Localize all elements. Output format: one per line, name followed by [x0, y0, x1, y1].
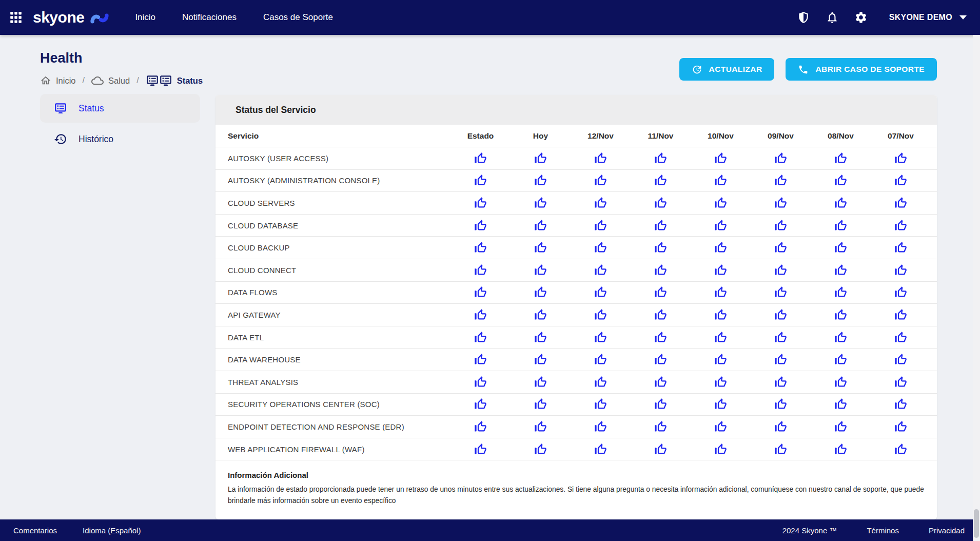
status-ok-cell[interactable] — [691, 420, 751, 434]
status-ok-cell[interactable] — [811, 196, 871, 210]
status-ok-cell[interactable] — [511, 353, 571, 366]
status-ok-cell[interactable] — [571, 331, 631, 344]
status-ok-cell[interactable] — [511, 151, 571, 165]
status-ok-cell[interactable] — [871, 442, 931, 456]
status-ok-cell[interactable] — [631, 263, 691, 277]
footer-link-idioma[interactable]: Idioma (Español) — [83, 526, 141, 535]
status-ok-cell[interactable] — [571, 442, 631, 456]
breadcrumb-item-status[interactable]: Status — [146, 74, 203, 87]
status-ok-cell[interactable] — [811, 285, 871, 299]
status-ok-cell[interactable] — [450, 151, 511, 165]
status-ok-cell[interactable] — [871, 397, 931, 411]
status-ok-cell[interactable] — [631, 397, 691, 411]
footer-link-2024[interactable]: 2024 Skyone ™ — [782, 526, 837, 535]
status-ok-cell[interactable] — [751, 375, 811, 389]
status-ok-cell[interactable] — [811, 353, 871, 366]
status-ok-cell[interactable] — [511, 420, 571, 434]
footer-link-terminos[interactable]: Términos — [867, 526, 899, 535]
status-ok-cell[interactable] — [511, 173, 571, 187]
status-ok-cell[interactable] — [631, 196, 691, 210]
status-ok-cell[interactable] — [751, 331, 811, 344]
status-ok-cell[interactable] — [871, 353, 931, 366]
status-ok-cell[interactable] — [811, 331, 871, 344]
status-ok-cell[interactable] — [511, 375, 571, 389]
status-ok-cell[interactable] — [450, 397, 511, 411]
status-ok-cell[interactable] — [691, 173, 751, 187]
status-ok-cell[interactable] — [631, 241, 691, 255]
status-ok-cell[interactable] — [811, 173, 871, 187]
status-ok-cell[interactable] — [571, 420, 631, 434]
status-ok-cell[interactable] — [511, 196, 571, 210]
refresh-button[interactable]: ACTUALIZAR — [679, 58, 775, 81]
status-ok-cell[interactable] — [631, 331, 691, 344]
status-ok-cell[interactable] — [811, 420, 871, 434]
status-ok-cell[interactable] — [691, 151, 751, 165]
status-ok-cell[interactable] — [511, 285, 571, 299]
sidebar-item-status[interactable]: Status — [40, 94, 200, 123]
status-ok-cell[interactable] — [631, 420, 691, 434]
open-support-case-button[interactable]: ABRIR CASO DE SOPORTE — [786, 58, 937, 81]
status-ok-cell[interactable] — [450, 353, 511, 366]
status-ok-cell[interactable] — [751, 285, 811, 299]
status-ok-cell[interactable] — [751, 196, 811, 210]
status-ok-cell[interactable] — [871, 263, 931, 277]
status-ok-cell[interactable] — [631, 353, 691, 366]
status-ok-cell[interactable] — [691, 442, 751, 456]
breadcrumb-item-salud[interactable]: Salud — [91, 74, 130, 87]
status-ok-cell[interactable] — [751, 219, 811, 233]
status-ok-cell[interactable] — [571, 173, 631, 187]
status-ok-cell[interactable] — [691, 241, 751, 255]
nav-link-inicio[interactable]: Inicio — [135, 12, 155, 23]
account-menu[interactable]: SKYONE DEMO — [889, 13, 967, 22]
status-ok-cell[interactable] — [631, 219, 691, 233]
breadcrumb-item-inicio[interactable]: Inicio — [40, 75, 76, 86]
status-ok-cell[interactable] — [871, 420, 931, 434]
sidebar-item-historico[interactable]: Histórico — [40, 125, 200, 153]
status-ok-cell[interactable] — [691, 397, 751, 411]
status-ok-cell[interactable] — [571, 196, 631, 210]
nav-link-notificaciones[interactable]: Notificaciones — [182, 12, 237, 23]
shield-icon[interactable] — [797, 11, 810, 24]
status-ok-cell[interactable] — [571, 353, 631, 366]
status-ok-cell[interactable] — [871, 331, 931, 344]
status-ok-cell[interactable] — [691, 331, 751, 344]
status-ok-cell[interactable] — [571, 219, 631, 233]
footer-link-comentarios[interactable]: Comentarios — [13, 526, 57, 535]
status-ok-cell[interactable] — [811, 397, 871, 411]
status-ok-cell[interactable] — [691, 196, 751, 210]
status-ok-cell[interactable] — [571, 397, 631, 411]
status-ok-cell[interactable] — [511, 442, 571, 456]
status-ok-cell[interactable] — [571, 241, 631, 255]
status-ok-cell[interactable] — [631, 285, 691, 299]
status-ok-cell[interactable] — [751, 308, 811, 322]
skyone-logo[interactable]: skyone — [33, 9, 110, 26]
status-ok-cell[interactable] — [631, 442, 691, 456]
status-ok-cell[interactable] — [511, 397, 571, 411]
nav-link-casos-de-soporte[interactable]: Casos de Soporte — [263, 12, 333, 23]
status-ok-cell[interactable] — [751, 241, 811, 255]
status-ok-cell[interactable] — [450, 442, 511, 456]
status-ok-cell[interactable] — [871, 196, 931, 210]
status-ok-cell[interactable] — [691, 219, 751, 233]
status-ok-cell[interactable] — [751, 420, 811, 434]
status-ok-cell[interactable] — [511, 308, 571, 322]
status-ok-cell[interactable] — [751, 263, 811, 277]
status-ok-cell[interactable] — [450, 263, 511, 277]
status-ok-cell[interactable] — [511, 219, 571, 233]
footer-link-privacidad[interactable]: Privacidad — [929, 526, 965, 535]
status-ok-cell[interactable] — [871, 308, 931, 322]
status-ok-cell[interactable] — [571, 375, 631, 389]
status-ok-cell[interactable] — [571, 263, 631, 277]
status-ok-cell[interactable] — [811, 442, 871, 456]
status-ok-cell[interactable] — [450, 173, 511, 187]
status-ok-cell[interactable] — [450, 241, 511, 255]
status-ok-cell[interactable] — [871, 151, 931, 165]
status-ok-cell[interactable] — [450, 420, 511, 434]
status-ok-cell[interactable] — [631, 375, 691, 389]
status-ok-cell[interactable] — [811, 241, 871, 255]
status-ok-cell[interactable] — [631, 308, 691, 322]
status-ok-cell[interactable] — [450, 285, 511, 299]
status-ok-cell[interactable] — [811, 375, 871, 389]
status-ok-cell[interactable] — [631, 151, 691, 165]
status-ok-cell[interactable] — [571, 151, 631, 165]
